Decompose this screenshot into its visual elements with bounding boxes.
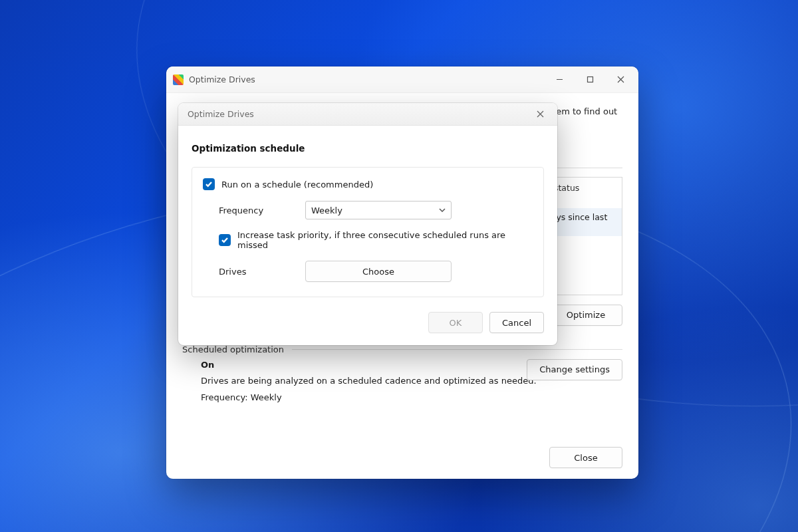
- schedule-section-header: Scheduled optimization: [182, 344, 622, 354]
- frequency-value: Weekly: [311, 205, 342, 215]
- divider: [292, 349, 622, 350]
- dialog-actions: OK Cancel: [178, 303, 557, 345]
- window-title: Optimize Drives: [189, 74, 255, 84]
- titlebar: Optimize Drives: [166, 66, 638, 93]
- drives-label: Drives: [219, 267, 299, 277]
- choose-drives-button[interactable]: Choose: [305, 261, 452, 282]
- ok-button[interactable]: OK: [428, 312, 483, 333]
- dialog-titlebar: Optimize Drives: [178, 103, 557, 126]
- minimize-button[interactable]: [544, 66, 575, 93]
- schedule-section-label: Scheduled optimization: [182, 344, 284, 354]
- change-settings-button[interactable]: Change settings: [527, 359, 622, 380]
- schedule-frequency: Frequency: Weekly: [201, 390, 622, 406]
- frequency-select[interactable]: Weekly: [305, 201, 452, 219]
- schedule-fieldset: Run on a schedule (recommended) Frequenc…: [192, 167, 544, 297]
- maximize-button[interactable]: [575, 66, 605, 93]
- frequency-label: Frequency: [219, 205, 299, 215]
- close-window-button[interactable]: Close: [549, 447, 622, 468]
- optimize-button[interactable]: Optimize: [549, 305, 622, 326]
- dialog-title: Optimize Drives: [188, 109, 254, 119]
- run-on-schedule-label: Run on a schedule (recommended): [221, 180, 373, 190]
- schedule-dialog: Optimize Drives Optimization schedule Ru…: [178, 103, 557, 345]
- dialog-close-button[interactable]: [527, 103, 553, 126]
- chevron-down-icon: [439, 207, 446, 213]
- app-icon: [173, 74, 184, 85]
- increase-priority-label: Increase task priority, if three consecu…: [237, 230, 533, 250]
- cancel-button[interactable]: Cancel: [489, 312, 544, 333]
- increase-priority-checkbox[interactable]: [219, 234, 231, 246]
- svg-rect-0: [587, 77, 593, 82]
- dialog-heading: Optimization schedule: [192, 143, 544, 154]
- close-button[interactable]: [605, 66, 636, 93]
- run-on-schedule-checkbox[interactable]: [203, 178, 215, 190]
